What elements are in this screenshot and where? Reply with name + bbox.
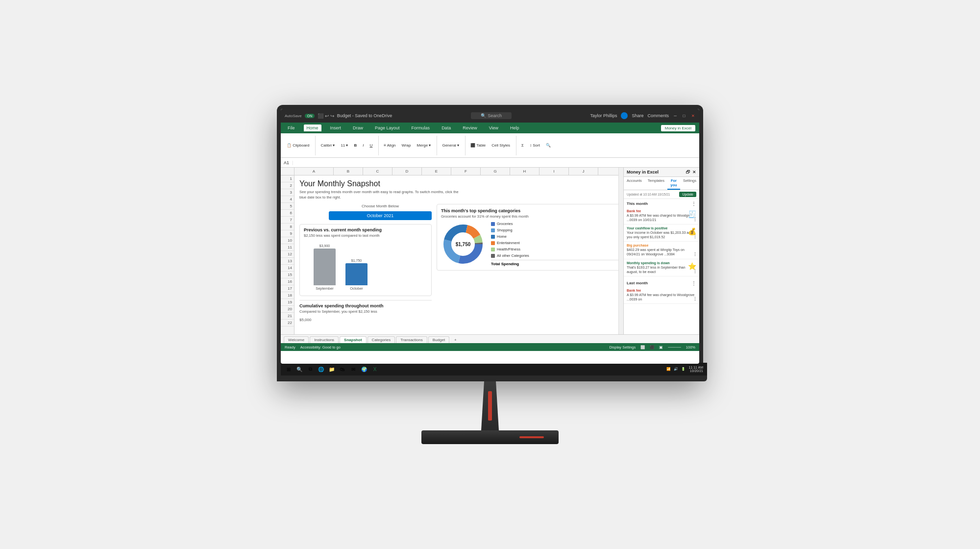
align-btn[interactable]: ≡ Align — [382, 142, 397, 149]
italic-btn[interactable]: I — [361, 142, 366, 149]
sheet-tab-snapshot[interactable]: Snapshot — [340, 336, 366, 343]
start-btn[interactable]: ⊞ — [285, 365, 293, 373]
taskbar-right: 📶 🔊 🔋 11:11 AM 10/20/21 — [666, 366, 703, 373]
tab-insert[interactable]: Insert — [327, 125, 344, 131]
tab-file[interactable]: File — [285, 125, 298, 131]
sort-btn[interactable]: ↕ Sort — [528, 142, 542, 149]
tab-for-you[interactable]: For you — [667, 177, 680, 190]
card-more-btn-5[interactable]: ⋮ — [693, 297, 697, 301]
merge-btn[interactable]: Merge ▾ — [415, 142, 433, 149]
find-btn[interactable]: 🔍 — [544, 142, 553, 149]
wrap-btn[interactable]: Wrap — [400, 142, 413, 149]
view-page-icon[interactable]: ⬛ — [650, 345, 654, 349]
bold-btn[interactable]: B — [352, 142, 359, 149]
task-view-icon[interactable]: ⧉ — [306, 365, 314, 373]
tab-settings[interactable]: Settings — [680, 177, 699, 190]
this-month-label: This month — [627, 201, 648, 206]
row-14: 14 — [281, 265, 294, 272]
month-button[interactable]: October 2021 — [329, 211, 432, 220]
cat-dot-home — [491, 235, 495, 239]
display-settings[interactable]: Display Settings — [609, 345, 636, 349]
excel-taskbar-icon[interactable]: X — [371, 365, 379, 373]
card-more-btn-3[interactable]: ⋮ — [693, 252, 697, 257]
underline-btn[interactable]: U — [368, 142, 375, 149]
bar-chart: $3,900 September $1,750 October — [304, 242, 427, 291]
tab-formulas[interactable]: Formulas — [409, 125, 433, 131]
add-sheet-btn[interactable]: + — [450, 337, 461, 343]
monitor-bezel: AutoSave ON ⬛ ↩ ↪ Budget - Saved to OneD… — [277, 105, 703, 381]
stand-base-stripe — [519, 436, 544, 438]
card-more-btn-1[interactable]: ⋮ — [693, 217, 697, 222]
sum-btn[interactable]: Σ — [519, 142, 526, 149]
row-4: 4 — [281, 196, 294, 203]
tab-view[interactable]: View — [486, 125, 501, 131]
sheet-tabs: Welcome Instructions Snapshot Categories… — [281, 334, 699, 343]
cell-styles-btn[interactable]: Cell Styles — [490, 142, 512, 149]
close-panel-btn[interactable]: ✕ — [692, 170, 696, 175]
view-preview-icon[interactable]: ▣ — [659, 345, 663, 349]
search-taskbar-icon[interactable]: 🔍 — [295, 365, 303, 373]
collapse-btn[interactable]: 🗗 — [686, 170, 690, 175]
minimize-button[interactable]: ─ — [673, 113, 678, 118]
col-h: H — [510, 168, 539, 175]
update-text: Updated at 10:10 AM 10/15/21 — [627, 193, 670, 196]
row-22: 22 — [281, 320, 294, 326]
card-text-cashflow: Your income in October was $1,203.33 and… — [627, 230, 696, 239]
card-text-last-bank-fee: A $3.99 ATM fee was charged to Woodgrove… — [627, 293, 696, 301]
search-box[interactable]: 🔍 Search — [471, 112, 512, 119]
font-size[interactable]: 11 ▾ — [339, 142, 350, 149]
tab-home[interactable]: Home — [304, 125, 321, 131]
scroll-bar[interactable] — [618, 168, 623, 334]
bar-oct-label-top: $1,750 — [351, 259, 362, 262]
date-display: 10/20/21 — [688, 369, 703, 373]
card-text-bank-fee: A $3.99 ATM fee was charged to Woodgrove… — [627, 213, 696, 222]
money-panel-header: Money in Excel 🗗 ✕ — [624, 168, 699, 177]
ready-status: Ready — [285, 345, 295, 349]
tab-pagelayout[interactable]: Page Layout — [372, 125, 403, 131]
close-button[interactable]: ✕ — [690, 113, 695, 118]
mail-icon[interactable]: ✉ — [349, 365, 357, 373]
view-normal-icon[interactable]: ⬜ — [640, 345, 645, 349]
user-avatar — [621, 112, 628, 119]
comments-button[interactable]: Comments — [647, 113, 669, 118]
maximize-button[interactable]: □ — [682, 113, 686, 118]
row-19: 19 — [281, 299, 294, 306]
tab-draw[interactable]: Draw — [350, 125, 366, 131]
card-spending-down: Monthly spending is down That's $193.27 … — [624, 259, 699, 276]
row-12: 12 — [281, 251, 294, 258]
update-button[interactable]: Update — [679, 192, 696, 197]
zoom-slider[interactable]: ───── — [668, 345, 681, 349]
clipboard-btn[interactable]: 📋 Clipboard — [285, 142, 311, 149]
edge-icon[interactable]: 🌐 — [317, 365, 325, 373]
card-more-btn-2[interactable]: ⋮ — [693, 234, 697, 239]
cumulative-subtitle: Compared to September, you spent $2,150 … — [299, 309, 432, 314]
store-icon[interactable]: 🛍 — [339, 365, 346, 373]
card-more-btn-4[interactable]: ⋮ — [693, 269, 697, 274]
sheet-tab-budget[interactable]: Budget — [428, 336, 449, 343]
row-18: 18 — [281, 292, 294, 299]
tab-review[interactable]: Review — [460, 125, 480, 131]
sheet-tab-categories[interactable]: Categories — [368, 336, 395, 343]
this-month-more-icon[interactable]: ⋮ — [691, 201, 696, 206]
snapshot-subtitle: See your spending trends month over mont… — [299, 190, 466, 200]
share-button[interactable]: Share — [632, 113, 643, 118]
file-explorer-icon[interactable]: 📁 — [328, 365, 336, 373]
sheet-tab-welcome[interactable]: Welcome — [284, 336, 309, 343]
number-format-btn[interactable]: General ▾ — [440, 142, 461, 149]
toggle-icon[interactable]: ON — [305, 114, 315, 118]
font-name[interactable]: Calibri ▾ — [318, 142, 337, 149]
last-month-more-icon[interactable]: ⋮ — [691, 280, 696, 286]
monitor: AutoSave ON ⬛ ↩ ↪ Budget - Saved to OneD… — [270, 105, 710, 444]
tab-data[interactable]: Data — [439, 125, 454, 131]
table-btn[interactable]: ⬛ Table — [468, 142, 488, 149]
tab-templates[interactable]: Templates — [645, 177, 667, 190]
money-in-excel-ribbon-btn[interactable]: Money in Excel — [661, 125, 695, 131]
tab-help[interactable]: Help — [507, 125, 522, 131]
cumulative-title: Cumulative spending throughout month — [299, 303, 432, 308]
sheet-tab-transactions[interactable]: Transactions — [396, 336, 427, 343]
tab-accounts[interactable]: Accounts — [624, 177, 645, 190]
browser-icon[interactable]: 🌍 — [360, 365, 368, 373]
sheet-tab-instructions[interactable]: Instructions — [310, 336, 339, 343]
last-month-header: Last month ⋮ — [624, 278, 699, 287]
row-20: 20 — [281, 306, 294, 313]
